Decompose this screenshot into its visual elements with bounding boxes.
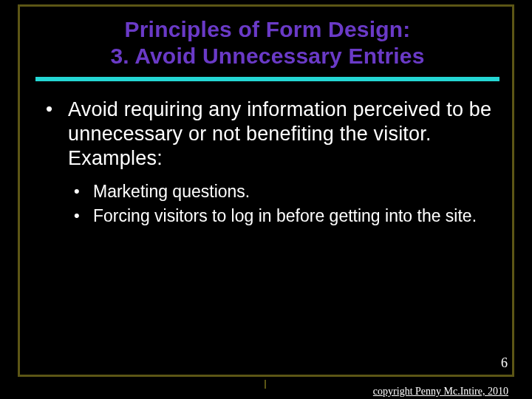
title-line-2: 3. Avoid Unnecessary Entries xyxy=(38,43,497,69)
slide-title: Principles of Form Design: 3. Avoid Unne… xyxy=(38,16,497,69)
sub-bullets: • Marketing questions. • Forcing visitor… xyxy=(74,181,493,227)
slide-body: • Avoid requiring any information percei… xyxy=(46,98,493,229)
bullet-dot-icon: • xyxy=(74,205,93,227)
bullet-level2: • Forcing visitors to log in before gett… xyxy=(74,205,493,227)
bullet-dot-icon: • xyxy=(74,181,93,202)
slide: Principles of Form Design: 3. Avoid Unne… xyxy=(0,0,532,399)
title-underline xyxy=(35,77,499,81)
bullet-level2: • Marketing questions. xyxy=(74,181,493,202)
page-number: 6 xyxy=(501,355,508,371)
frame-tick xyxy=(265,380,266,389)
bullet-text: Forcing visitors to log in before gettin… xyxy=(93,205,477,227)
title-line-1: Principles of Form Design: xyxy=(38,16,497,43)
copyright-text: copyright Penny Mc.Intire, 2010 xyxy=(373,386,508,398)
bullet-level1: • Avoid requiring any information percei… xyxy=(46,98,493,171)
bullet-text: Avoid requiring any information perceive… xyxy=(68,98,493,171)
bullet-dot-icon: • xyxy=(46,98,68,171)
bullet-text: Marketing questions. xyxy=(93,181,250,202)
